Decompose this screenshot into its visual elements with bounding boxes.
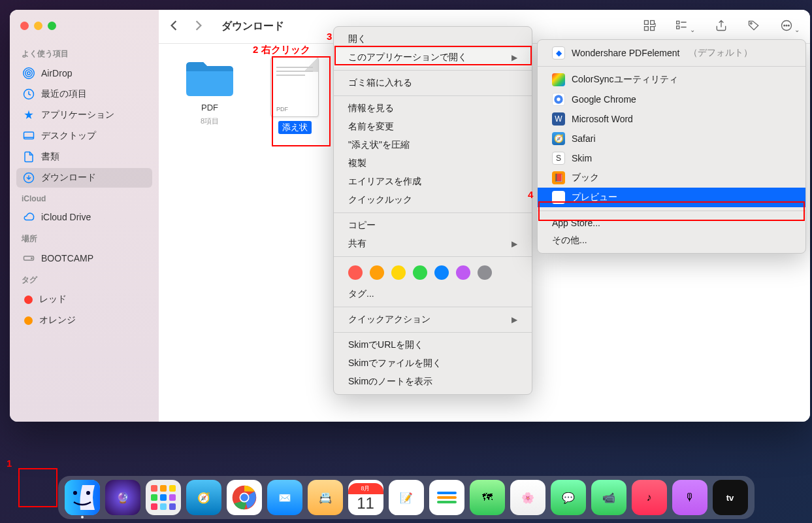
sidebar-item-bootcamp[interactable]: BOOTCAMP — [16, 248, 152, 268]
sidebar-item-label: BOOTCAMP — [41, 253, 93, 263]
context-menu: 開く このアプリケーションで開く▶ ゴミ箱に入れる 情報を見る 名前を変更 "添… — [333, 26, 532, 395]
menu-item-rename[interactable]: 名前を変更 — [334, 118, 532, 136]
svg-rect-10 — [645, 26, 649, 30]
tag-color-circle[interactable] — [348, 265, 363, 280]
dock-safari[interactable]: 🧭 — [186, 480, 221, 515]
menu-item-open-with[interactable]: このアプリケーションで開く▶ — [334, 48, 532, 67]
app-item-safari[interactable]: 🧭 Safari — [538, 129, 805, 148]
dock-finder[interactable] — [65, 480, 100, 515]
menu-separator — [538, 66, 805, 67]
folder-item-pdf[interactable]: PDF 8項目 — [177, 57, 242, 126]
svg-rect-13 — [677, 25, 679, 28]
sidebar-item-downloads[interactable]: ダウンロード — [16, 168, 152, 188]
sidebar-item-desktop[interactable]: デスクトップ — [16, 126, 152, 146]
menu-item-tags[interactable]: タグ... — [334, 285, 532, 303]
dock-maps[interactable]: 🗺 — [470, 480, 505, 515]
svg-rect-12 — [677, 21, 679, 24]
minimize-button[interactable] — [34, 22, 42, 30]
dock-calendar[interactable]: 8月11 — [348, 480, 383, 515]
dock-launchpad[interactable] — [146, 480, 181, 515]
menu-item-alias[interactable]: エイリアスを作成 — [334, 173, 532, 191]
svg-point-23 — [86, 491, 90, 495]
app-item-appstore[interactable]: App Store... — [538, 214, 805, 231]
annotation-1: 1 — [7, 458, 12, 469]
sidebar-item-label: iCloud Drive — [41, 212, 91, 222]
menu-item-skim-file[interactable]: Skimでファイルを開く — [334, 354, 532, 373]
menu-item-open[interactable]: 開く — [334, 30, 532, 48]
menu-separator — [334, 256, 532, 257]
forward-button[interactable] — [194, 20, 203, 34]
preview-icon: 🖼 — [552, 191, 565, 204]
dock-contacts[interactable]: 📇 — [308, 480, 343, 515]
app-item-word[interactable]: W Microsoft Word — [538, 109, 805, 129]
tag-color-circle[interactable] — [478, 265, 492, 280]
app-item-preview[interactable]: 🖼 プレビュー — [538, 188, 805, 207]
tags-button[interactable] — [747, 19, 760, 35]
sidebar-item-recents[interactable]: 最近の項目 — [16, 84, 152, 104]
dock-podcasts[interactable]: 🎙 — [672, 480, 707, 515]
file-item-pdf[interactable]: 添え状 — [262, 57, 327, 134]
dock-facetime[interactable]: 📹 — [591, 480, 626, 515]
app-item-other[interactable]: その他... — [538, 231, 805, 250]
sidebar-item-icloud-drive[interactable]: iCloud Drive — [16, 207, 152, 227]
tag-color-circle[interactable] — [370, 265, 384, 280]
tag-color-circle[interactable] — [434, 265, 449, 280]
dock-reminders[interactable] — [429, 480, 464, 515]
menu-item-quicklook[interactable]: クイックルック — [334, 191, 532, 209]
chevron-right-icon: ▶ — [512, 315, 517, 324]
svg-point-1 — [25, 70, 33, 77]
word-icon: W — [552, 112, 565, 126]
sidebar-item-airdrop[interactable]: AirDrop — [16, 63, 152, 83]
app-item-chrome[interactable]: Google Chrome — [538, 90, 805, 109]
menu-item-skim-url[interactable]: SkimでURLを開く — [334, 336, 532, 354]
app-item-pdfelement[interactable]: ◆ Wondershare PDFelement （デフォルト） — [538, 43, 805, 63]
airdrop-icon — [23, 67, 35, 79]
sidebar-item-tag-red[interactable]: レッド — [16, 290, 152, 309]
share-button[interactable] — [715, 19, 728, 35]
menu-item-quick-actions[interactable]: クイックアクション▶ — [334, 311, 532, 329]
menu-item-get-info[interactable]: 情報を見る — [334, 99, 532, 118]
back-button[interactable] — [169, 20, 178, 34]
sidebar-item-applications[interactable]: アプリケーション — [16, 105, 152, 125]
menu-separator — [334, 332, 532, 333]
dock-photos[interactable]: 🌸 — [510, 480, 545, 515]
sidebar-item-label: デスクトップ — [41, 130, 96, 142]
zoom-button[interactable] — [48, 22, 56, 30]
close-button[interactable] — [20, 22, 29, 30]
dock-siri[interactable]: 🔮 — [105, 480, 140, 515]
app-item-colorsync[interactable]: ColorSyncユーティリティ — [538, 70, 805, 90]
menu-item-compress[interactable]: "添え状"を圧縮 — [334, 136, 532, 154]
dock-notes[interactable]: 📝 — [389, 480, 424, 515]
menu-item-trash[interactable]: ゴミ箱に入れる — [334, 74, 532, 92]
svg-point-14 — [751, 22, 753, 24]
menu-item-duplicate[interactable]: 複製 — [334, 154, 532, 173]
sidebar-item-documents[interactable]: 書類 — [16, 147, 152, 167]
dock-music[interactable]: ♪ — [632, 480, 667, 515]
tag-color-circle[interactable] — [391, 265, 406, 280]
sidebar-heading-icloud: iCloud — [16, 189, 152, 206]
sidebar-item-tag-orange[interactable]: オレンジ — [16, 311, 152, 330]
dock-chrome[interactable] — [227, 480, 262, 515]
menu-item-skim-notes[interactable]: Skimのノートを表示 — [334, 373, 532, 391]
tag-color-circle[interactable] — [413, 265, 427, 280]
dock-mail[interactable]: ✉️ — [267, 480, 302, 515]
app-item-skim[interactable]: S Skim — [538, 148, 805, 168]
download-icon — [23, 172, 35, 184]
more-button[interactable]: ⌄ — [780, 19, 800, 35]
annotation-1-box — [18, 468, 57, 507]
app-item-books[interactable]: 📕 ブック — [538, 168, 805, 188]
drive-icon — [23, 252, 35, 264]
sidebar-item-label: アプリケーション — [41, 109, 114, 121]
tag-color-circle[interactable] — [456, 265, 470, 280]
dock-messages[interactable]: 💬 — [551, 480, 586, 515]
clock-icon — [23, 88, 35, 100]
group-button[interactable]: ⌄ — [675, 19, 695, 35]
svg-point-18 — [788, 25, 790, 26]
menu-item-copy[interactable]: コピー — [334, 216, 532, 235]
dock-tv[interactable]: tv — [713, 480, 748, 515]
sidebar-item-label: AirDrop — [41, 68, 72, 78]
view-icons-button[interactable] — [643, 19, 656, 35]
menu-item-share[interactable]: 共有▶ — [334, 235, 532, 253]
file-name-selected: 添え状 — [278, 121, 312, 134]
window-title: ダウンロード — [221, 20, 284, 33]
